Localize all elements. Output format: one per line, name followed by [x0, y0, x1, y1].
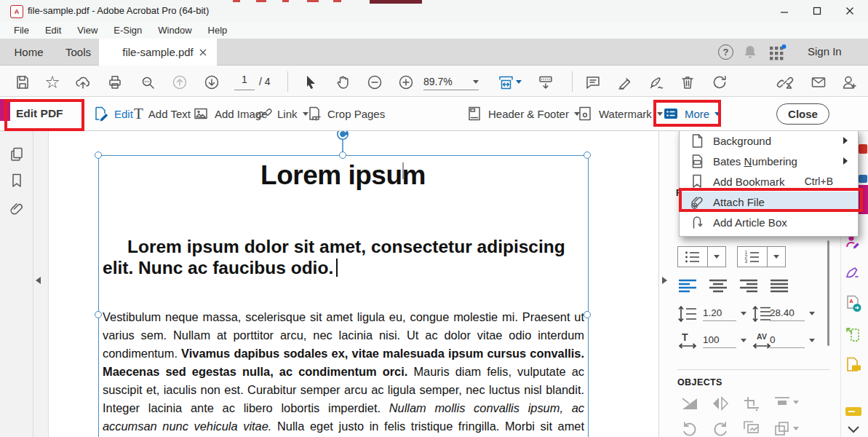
paragraph-spacing-input[interactable]: 28.40	[770, 306, 805, 321]
align-right-button[interactable]	[739, 279, 758, 293]
add-text-button[interactable]: T Add Text	[134, 102, 191, 125]
more-button[interactable]: More	[662, 102, 720, 125]
toolbar-presenter-icon[interactable]	[535, 72, 557, 92]
refresh-rotate-icon[interactable]	[709, 72, 730, 92]
organize-pages-icon[interactable]	[843, 325, 864, 345]
zoom-out-icon[interactable]	[364, 72, 386, 92]
attachments-pane-icon[interactable]	[7, 199, 26, 219]
selection-handle[interactable]	[339, 151, 346, 159]
highlighter-icon[interactable]	[614, 72, 636, 92]
crop-object-button[interactable]	[742, 395, 761, 412]
fill-sign-icon[interactable]	[843, 262, 864, 283]
previous-page-icon[interactable]	[169, 72, 191, 92]
selection-handle[interactable]	[584, 151, 591, 159]
bookmarks-pane-icon[interactable]	[7, 170, 26, 190]
selection-handle[interactable]	[95, 311, 102, 318]
collapse-sidebar-arrow[interactable]	[36, 277, 41, 284]
horizontal-scale-caret[interactable]	[741, 339, 746, 342]
print-icon[interactable]	[104, 72, 126, 92]
horizontal-scale-input[interactable]: 100	[703, 333, 736, 348]
rail-icon-partial[interactable]	[859, 144, 867, 154]
menu-view[interactable]: View	[69, 25, 105, 36]
tab-document-active[interactable]: file-sample.pdf	[99, 39, 217, 66]
align-objects-caret[interactable]	[793, 401, 799, 404]
help-icon[interactable]: ?	[718, 44, 733, 60]
cropped-artifact	[370, 0, 422, 4]
email-icon[interactable]	[808, 72, 829, 92]
select-cursor-icon[interactable]	[299, 72, 321, 92]
search-icon[interactable]	[137, 72, 159, 92]
menu-window[interactable]: Window	[150, 25, 199, 36]
watermark-button[interactable]: Watermark	[576, 102, 663, 125]
minimize-button[interactable]	[773, 4, 795, 17]
menu-esign[interactable]: E-Sign	[105, 25, 150, 36]
rail-expand-chevron-icon[interactable]	[843, 420, 864, 437]
menu-item-add-bookmark[interactable]: Add Bookmark Ctrl+B	[680, 171, 858, 192]
align-objects-button[interactable]	[773, 395, 792, 412]
bullet-list-button[interactable]	[677, 246, 708, 267]
fit-width-caret-icon[interactable]	[516, 80, 522, 84]
menu-item-background[interactable]: Background	[680, 131, 858, 151]
arrange-objects-caret[interactable]	[793, 427, 799, 430]
close-edit-button[interactable]: Close	[776, 103, 829, 125]
rail-icon-partial[interactable]	[859, 175, 867, 183]
menu-file[interactable]: File	[6, 25, 37, 36]
menu-item-attach-file[interactable]: Attach File	[680, 192, 858, 212]
align-left-button[interactable]	[678, 279, 697, 293]
zoom-level-select[interactable]: 89.7%	[423, 74, 479, 90]
flip-vertical-button[interactable]	[680, 395, 699, 412]
panel-scrollbar[interactable]	[827, 240, 829, 346]
line-spacing-input[interactable]: 1.20	[703, 306, 736, 321]
menu-help[interactable]: Help	[200, 25, 236, 36]
page-number-input[interactable]: 1	[234, 74, 255, 90]
flip-horizontal-button[interactable]	[711, 395, 730, 412]
close-tab-icon[interactable]	[199, 49, 207, 56]
hand-pan-icon[interactable]	[332, 72, 354, 92]
fit-width-icon[interactable]	[495, 72, 517, 92]
line-spacing-caret[interactable]	[741, 312, 746, 315]
rotate-cw-button[interactable]	[711, 420, 730, 437]
save-icon[interactable]	[12, 72, 33, 92]
menu-item-add-article-box[interactable]: Add Article Box	[680, 212, 858, 232]
selection-handle[interactable]	[584, 311, 591, 318]
text-cursor	[402, 162, 404, 179]
tab-home[interactable]: Home	[9, 39, 49, 66]
menu-edit[interactable]: Edit	[37, 25, 69, 36]
align-justify-button[interactable]	[770, 279, 789, 293]
menu-item-bates-numbering[interactable]: 012 Bates Numbering	[680, 151, 858, 171]
link-share-icon[interactable]	[774, 72, 796, 92]
replace-image-button[interactable]	[742, 420, 761, 437]
notifications-bell-icon[interactable]	[743, 44, 757, 60]
numbered-list-button[interactable]: 123	[737, 246, 768, 267]
comment-icon[interactable]	[582, 72, 604, 92]
bullet-list-caret-button[interactable]	[707, 246, 726, 267]
sign-in-button[interactable]: Sign In	[808, 45, 842, 58]
selection-handle[interactable]	[95, 151, 102, 159]
character-spacing-caret[interactable]	[809, 339, 815, 342]
share-upload-icon[interactable]	[72, 72, 94, 92]
arrange-objects-button[interactable]	[773, 420, 792, 437]
rotate-ccw-button[interactable]	[680, 420, 699, 437]
edit-tool-button[interactable]: Edit	[92, 102, 133, 125]
numbered-list-caret-button[interactable]	[767, 246, 786, 267]
close-window-button[interactable]	[839, 4, 861, 17]
crop-pages-button[interactable]: Crop Pages	[305, 102, 385, 125]
character-spacing-input[interactable]: 0	[770, 333, 805, 348]
page-thumbnails-icon[interactable]	[7, 144, 26, 164]
collapse-panel-arrow[interactable]	[662, 277, 667, 284]
maximize-button[interactable]	[806, 4, 828, 17]
sign-pen-icon[interactable]	[645, 72, 667, 92]
delete-trash-icon[interactable]	[677, 72, 698, 92]
comments-page-icon[interactable]	[843, 355, 864, 376]
link-tool-button[interactable]: Link	[256, 102, 308, 125]
next-page-icon[interactable]	[201, 72, 223, 92]
paragraph-spacing-caret[interactable]	[809, 312, 815, 315]
export-pdf-icon[interactable]: A	[843, 294, 864, 314]
tab-tools[interactable]: Tools	[58, 39, 98, 66]
align-center-button[interactable]	[709, 279, 728, 293]
header-footer-button[interactable]: Header & Footer	[466, 102, 580, 125]
star-favorites-icon[interactable]: ☆	[41, 72, 63, 92]
zoom-in-icon[interactable]	[395, 72, 417, 92]
apps-grid-icon[interactable]	[769, 44, 787, 60]
profile-add-icon[interactable]	[838, 72, 860, 92]
